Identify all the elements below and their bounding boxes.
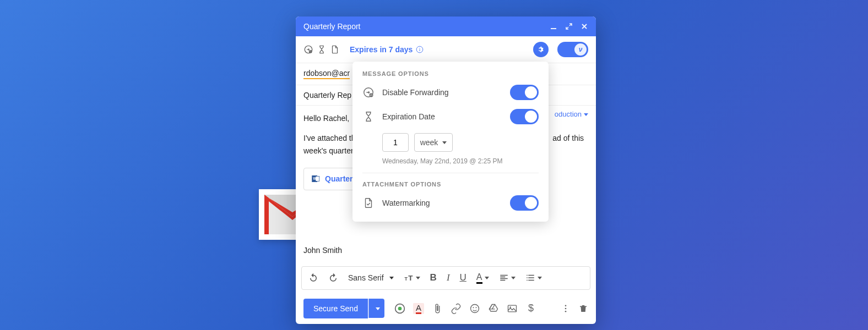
text-color-button[interactable]: A	[472, 269, 493, 287]
underline-button[interactable]: U	[455, 269, 471, 287]
svg-point-24	[509, 306, 511, 308]
close-icon[interactable]	[581, 23, 588, 30]
options-popup: MESSAGE OPTIONS Disable Forwarding Expir…	[352, 62, 549, 222]
svg-point-22	[475, 307, 476, 308]
virtru-icon[interactable]	[394, 303, 405, 314]
minimize-icon[interactable]	[550, 23, 557, 30]
svg-point-21	[473, 307, 474, 308]
settings-gear-button[interactable]	[533, 42, 549, 57]
emoji-button[interactable]	[469, 303, 480, 314]
money-button[interactable]: $	[525, 303, 536, 314]
italic-button[interactable]: I	[442, 269, 454, 287]
format-toolbar: Sans Serif TT B I U A	[301, 266, 590, 290]
window-title: Quarterly Report	[303, 22, 360, 31]
svg-point-27	[565, 311, 567, 312]
disable-forwarding-toggle[interactable]	[510, 85, 539, 100]
expires-label: Expires in 7 days	[350, 45, 424, 54]
signature: John Smith	[303, 244, 588, 256]
undo-button[interactable]	[304, 270, 323, 286]
font-selector[interactable]: Sans Serif	[344, 273, 398, 282]
introduction-link[interactable]: oduction	[555, 110, 588, 118]
svg-text:T: T	[408, 274, 413, 282]
svg-rect-23	[508, 305, 516, 312]
expiration-number-input[interactable]	[382, 133, 409, 152]
discard-button[interactable]	[578, 304, 588, 314]
expiration-datetime: Wednesday, May 22nd, 2019 @ 2:25 PM	[382, 157, 539, 165]
expand-icon[interactable]	[565, 23, 573, 30]
expiration-date-label: Expiration Date	[382, 112, 502, 121]
attachment-options-header: ATTACHMENT OPTIONS	[362, 181, 539, 188]
watermark-icon	[330, 45, 340, 54]
watermark-icon	[362, 197, 375, 209]
titlebar: Quarterly Report	[296, 16, 596, 36]
svg-point-11	[420, 48, 420, 48]
expiration-date-toggle[interactable]	[510, 109, 539, 124]
secure-toggle[interactable]	[557, 42, 588, 57]
more-options-button[interactable]	[561, 304, 571, 314]
word-doc-icon: W	[311, 174, 321, 184]
security-bar: Expires in 7 days	[296, 36, 596, 63]
secure-send-button[interactable]: Secure Send	[303, 299, 368, 318]
expiration-unit-select[interactable]: week	[414, 133, 453, 152]
font-size-button[interactable]: TT	[399, 270, 425, 286]
hourglass-icon	[317, 45, 327, 54]
attachment-name: Quarterl	[325, 173, 355, 185]
disable-forward-icon	[362, 86, 375, 98]
svg-point-19	[398, 307, 402, 311]
disable-forward-icon	[303, 45, 313, 54]
link-button[interactable]	[451, 303, 462, 314]
send-bar: Secure Send A $	[296, 293, 596, 324]
to-value: rdobson@acr	[303, 69, 350, 79]
svg-marker-4	[264, 195, 269, 234]
image-button[interactable]	[507, 303, 518, 314]
redo-button[interactable]	[324, 270, 343, 286]
svg-text:W: W	[313, 177, 317, 181]
attach-button[interactable]	[432, 303, 443, 314]
svg-point-26	[565, 308, 567, 310]
message-options-header: MESSAGE OPTIONS	[362, 70, 539, 77]
hourglass-icon	[362, 111, 375, 123]
watermarking-label: Watermarking	[382, 199, 502, 207]
subject-value: Quarterly Rep	[303, 91, 351, 100]
info-icon[interactable]	[416, 46, 424, 53]
send-more-button[interactable]	[368, 299, 384, 318]
bold-button[interactable]: B	[426, 269, 441, 287]
list-button[interactable]	[521, 270, 546, 286]
text-format-button[interactable]: A	[413, 303, 424, 314]
svg-text:T: T	[404, 276, 408, 282]
svg-point-20	[470, 304, 479, 312]
align-button[interactable]	[495, 270, 520, 286]
svg-point-25	[565, 305, 567, 306]
watermarking-toggle[interactable]	[510, 195, 539, 211]
disable-forwarding-label: Disable Forwarding	[382, 88, 502, 97]
drive-button[interactable]	[488, 303, 499, 314]
divider	[362, 173, 539, 173]
